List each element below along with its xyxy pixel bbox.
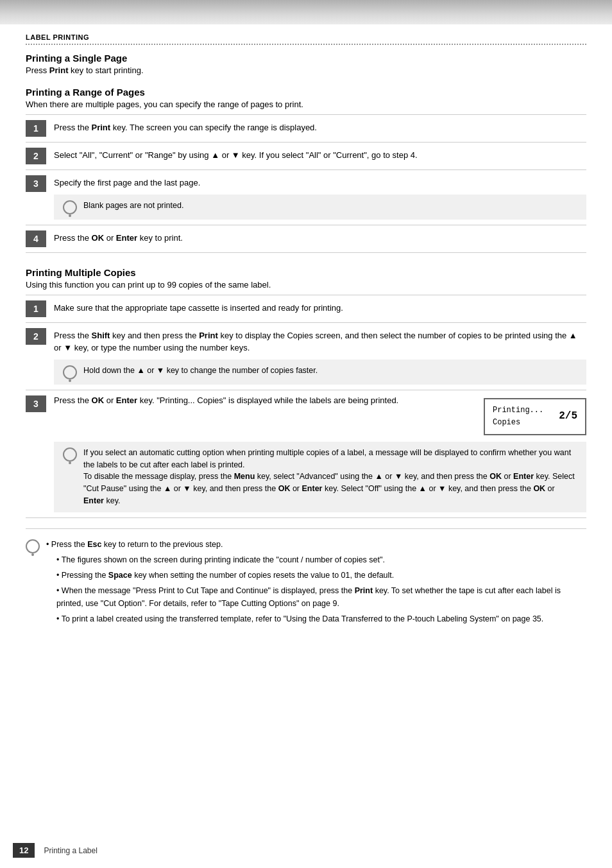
lcd-line2: Copies [493, 417, 543, 429]
range-step-4: 4 Press the OK or Enter key to print. [26, 225, 586, 253]
section-multiple-desc: Using this function you can print up to … [26, 280, 586, 290]
ok-bold-1: OK [92, 233, 105, 243]
section-multiple-title: Printing Multiple Copies [26, 267, 586, 278]
lcd-box: Printing... Copies 2/5 [484, 398, 586, 435]
tip-text-1: Blank pages are not printed. [83, 200, 577, 212]
notes-list: Press the Esc key to return to the previ… [46, 538, 586, 625]
shift-bold: Shift [92, 331, 110, 340]
enter-bold-1: Enter [116, 233, 137, 243]
range-step-1: 1 Press the Print key. The screen you ca… [26, 115, 586, 143]
step3-main-text: Press the OK or Enter key. "Printing... … [54, 395, 473, 405]
note-item-5: To print a label created using the trans… [46, 612, 586, 625]
step-content-2: Select "All", "Current" or "Range" by us… [54, 148, 586, 162]
enter-bold-4: Enter [302, 484, 323, 493]
lcd-display: Printing... Copies 2/5 [484, 398, 586, 435]
bottom-notes-inner: Press the Esc key to return to the previ… [26, 538, 586, 628]
enter-bold-3: Enter [513, 472, 534, 481]
tip-text-3: If you select an automatic cutting optio… [83, 447, 577, 507]
tip-box-1: Blank pages are not printed. [54, 195, 586, 220]
ok-bold-5: OK [533, 484, 545, 493]
section-range: Printing a Range of Pages When there are… [26, 87, 586, 109]
note-item-4: When the message "Press Print to Cut Tap… [46, 584, 586, 610]
range-step-3: 3 Specify the first page and the last pa… [26, 170, 586, 225]
step-num-3: 3 [26, 175, 46, 192]
multiple-step-content-2: Press the Shift key and then press the P… [54, 328, 586, 385]
multiple-step-num-2: 2 [26, 328, 46, 345]
menu-bold: Menu [234, 472, 255, 481]
footer-text: Printing a Label [44, 846, 97, 855]
multiple-step-num-3: 3 [26, 395, 46, 412]
ok-bold-3: OK [489, 472, 502, 481]
multiple-step-content-3: Press the OK or Enter key. "Printing... … [54, 395, 586, 512]
ok-bold-2: OK [92, 395, 105, 405]
page-footer: 12 Printing a Label [0, 843, 612, 858]
note-item-3: Pressing the Space key when setting the … [46, 569, 586, 582]
tip-icon-2 [63, 365, 77, 379]
bottom-notes-text: Press the Esc key to return to the previ… [46, 538, 586, 628]
print-bold-3: Print [355, 586, 373, 595]
or-text-2: or [106, 233, 114, 243]
multiple-step-2: 2 Press the Shift key and then press the… [26, 323, 586, 390]
section-range-title: Printing a Range of Pages [26, 87, 586, 98]
or-text-3: or [106, 395, 114, 405]
tip-text-2: Hold down the ▲ or ▼ key to change the n… [83, 365, 577, 377]
tip-box-3: If you select an automatic cutting optio… [54, 442, 586, 512]
multiple-step-1: 1 Make sure that the appropriate tape ca… [26, 295, 586, 323]
multiple-step-3: 3 Press the OK or Enter key. "Printing..… [26, 390, 586, 518]
tip-icon-3 [63, 447, 77, 462]
note-item-1: Press the Esc key to return to the previ… [46, 538, 586, 551]
multiple-step-content-1: Make sure that the appropriate tape cass… [54, 300, 586, 315]
multiple-step-num-1: 1 [26, 300, 46, 317]
step-num-4: 4 [26, 230, 46, 247]
space-bold: Space [108, 571, 132, 580]
print-bold: Print [92, 123, 111, 132]
section-multiple-copies: Printing Multiple Copies Using this func… [26, 267, 586, 290]
footer-page-num: 12 [13, 843, 35, 858]
lcd-value: 2/5 [559, 408, 577, 425]
step3-row: Press the OK or Enter key. "Printing... … [54, 395, 586, 435]
print-bold-2: Print [199, 331, 218, 340]
ok-bold-4: OK [278, 484, 291, 493]
step-content-4: Press the OK or Enter key to print. [54, 230, 586, 245]
enter-bold-2: Enter [116, 395, 137, 405]
step-content-1: Press the Print key. The screen you can … [54, 120, 586, 134]
section-single-page: Printing a Single Page Press Print key t… [26, 53, 586, 75]
print-bold-1: Print [49, 65, 69, 75]
top-banner [0, 0, 612, 24]
section-single-page-title: Printing a Single Page [26, 53, 586, 64]
page-wrapper: LABEL PRINTING Printing a Single Page Pr… [0, 0, 612, 868]
esc-bold: Esc [87, 540, 101, 549]
section-single-page-desc: Press Print key to start printing. [26, 65, 586, 75]
step-num-1: 1 [26, 120, 46, 137]
range-step-2: 2 Select "All", "Current" or "Range" by … [26, 143, 586, 170]
dotted-divider [26, 44, 586, 45]
lcd-left-text: Printing... Copies [493, 404, 543, 429]
bottom-notes: Press the Esc key to return to the previ… [26, 528, 586, 628]
section-header-label: LABEL PRINTING [26, 33, 586, 41]
range-steps-container: 1 Press the Print key. The screen you ca… [26, 114, 586, 253]
note-item-2: The figures shown on the screen during p… [46, 553, 586, 566]
enter-bold-5: Enter [83, 496, 104, 505]
or-text-1: or [222, 150, 230, 160]
step-num-2: 2 [26, 148, 46, 164]
tip-box-2: Hold down the ▲ or ▼ key to change the n… [54, 360, 586, 385]
tip-icon-1 [63, 200, 77, 214]
bottom-tip-icon [26, 539, 40, 553]
lcd-line1: Printing... [493, 404, 543, 417]
content-area: LABEL PRINTING Printing a Single Page Pr… [0, 24, 612, 641]
section-range-desc: When there are multiple pages, you can s… [26, 100, 586, 109]
step-content-3: Specify the first page and the last page… [54, 175, 586, 220]
multiple-steps-container: 1 Make sure that the appropriate tape ca… [26, 295, 586, 518]
